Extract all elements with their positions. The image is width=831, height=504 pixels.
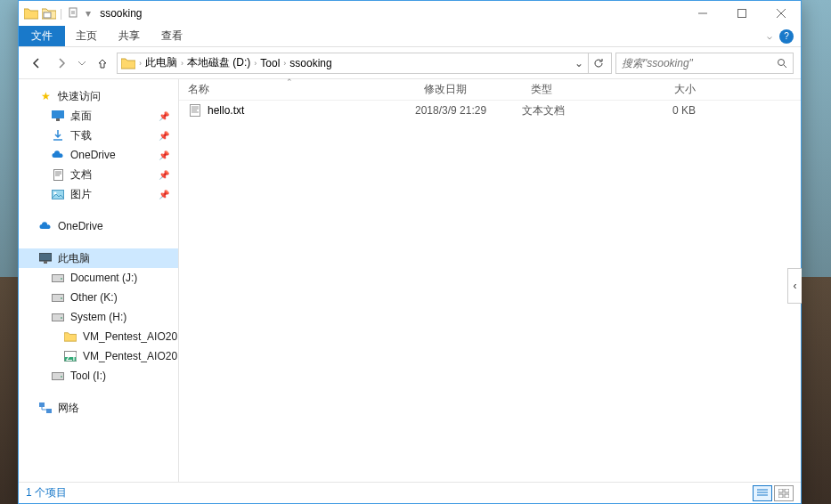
pictures-icon xyxy=(51,187,65,201)
sidebar-label: 文档 xyxy=(70,167,92,183)
minimize-button[interactable] xyxy=(683,1,722,26)
svg-rect-4 xyxy=(52,110,64,118)
network-icon xyxy=(38,401,53,415)
desktop-icon xyxy=(51,109,65,123)
sidebar-drive[interactable]: System (H:) xyxy=(19,307,178,327)
breadcrumb-sep-icon[interactable]: › xyxy=(179,59,185,68)
pin-icon: 📌 xyxy=(159,170,169,180)
app-folder-icon xyxy=(22,4,40,22)
ribbon-tabs: 文件 主页 共享 查看 ⌵ ? xyxy=(19,26,801,47)
svg-rect-28 xyxy=(785,494,789,498)
ribbon-expand-icon[interactable]: ⌵ xyxy=(767,31,772,41)
search-box[interactable] xyxy=(615,53,794,74)
column-name[interactable]: 名称 xyxy=(179,82,415,97)
maximize-button[interactable] xyxy=(722,1,762,26)
sidebar-label: OneDrive xyxy=(58,220,103,232)
svg-point-12 xyxy=(61,278,62,280)
home-tab[interactable]: 主页 xyxy=(65,26,108,46)
breadcrumb-sep-icon[interactable]: › xyxy=(281,59,288,68)
share-tab[interactable]: 共享 xyxy=(108,26,151,46)
download-icon xyxy=(51,128,65,142)
pin-icon: 📌 xyxy=(159,190,169,199)
icons-view-button[interactable] xyxy=(774,485,794,501)
drive-icon xyxy=(51,369,65,383)
svg-rect-26 xyxy=(785,489,789,492)
sidebar-onedrive-root[interactable]: OneDrive xyxy=(19,216,178,236)
breadcrumb-segment[interactable]: 此电脑 xyxy=(145,55,177,70)
breadcrumb-segment[interactable]: Tool xyxy=(260,57,280,69)
sidebar-label: OneDrive xyxy=(70,149,116,161)
column-size[interactable]: 大小 xyxy=(624,82,705,97)
svg-rect-0 xyxy=(44,12,51,18)
view-tab[interactable]: 查看 xyxy=(151,26,193,46)
search-icon[interactable] xyxy=(777,58,787,69)
sidebar-drive[interactable]: Document (J:) xyxy=(19,268,178,288)
forward-button[interactable] xyxy=(51,53,72,74)
sidebar-item-onedrive[interactable]: OneDrive 📌 xyxy=(19,145,178,165)
status-bar: 1 个项目 xyxy=(19,482,801,503)
sidebar-label: Tool (I:) xyxy=(70,370,106,382)
svg-rect-1 xyxy=(69,8,77,17)
preview-pane-toggle[interactable]: ‹ xyxy=(787,268,802,304)
pin-icon: 📌 xyxy=(159,131,169,141)
svg-point-14 xyxy=(61,297,62,299)
status-item-count: 1 个项目 xyxy=(26,485,67,500)
breadcrumb-sep-icon[interactable]: › xyxy=(137,59,143,68)
search-input[interactable] xyxy=(622,57,777,69)
sidebar-label: Document (J:) xyxy=(70,272,137,284)
document-icon xyxy=(51,167,65,182)
qat-properties-icon[interactable] xyxy=(40,4,58,22)
sidebar-item-documents[interactable]: 文档 📌 xyxy=(19,165,178,184)
refresh-button[interactable] xyxy=(588,53,607,73)
qat-overflow-icon[interactable]: ▾ xyxy=(82,7,94,20)
file-tab[interactable]: 文件 xyxy=(19,26,65,46)
window-title: ssooking xyxy=(100,7,142,20)
text-file-icon xyxy=(188,103,202,118)
pin-icon: 📌 xyxy=(159,111,169,121)
details-view-button[interactable] xyxy=(753,485,772,501)
sidebar-this-pc[interactable]: 此电脑 xyxy=(19,248,178,268)
recent-locations-button[interactable] xyxy=(76,53,88,74)
sidebar-label: VM_Pentest_AIO20 xyxy=(83,330,177,343)
svg-rect-25 xyxy=(778,489,783,492)
close-button[interactable] xyxy=(762,1,801,26)
sidebar-quick-access[interactable]: ★ 快速访问 xyxy=(19,86,178,106)
column-type[interactable]: 类型 xyxy=(522,82,624,97)
address-bar[interactable]: › 此电脑 › 本地磁盘 (D:) › Tool › ssooking ⌄ xyxy=(117,53,612,74)
sidebar-drive[interactable]: Tool (I:) xyxy=(19,366,178,386)
sidebar-network[interactable]: 网络 xyxy=(19,398,178,418)
navigation-bar: › 此电脑 › 本地磁盘 (D:) › Tool › ssooking ⌄ xyxy=(19,47,801,79)
navigation-pane: ★ 快速访问 桌面 📌 下载 📌 OneDrive 📌 xyxy=(19,79,179,482)
column-date[interactable]: 修改日期 xyxy=(415,82,522,97)
breadcrumb-segment[interactable]: 本地磁盘 (D:) xyxy=(187,55,250,70)
sidebar-label: 此电脑 xyxy=(58,251,90,266)
window-controls xyxy=(683,1,801,26)
column-headers: ⌃ 名称 修改日期 类型 大小 xyxy=(179,79,801,101)
sidebar-item-pictures[interactable]: 图片 📌 xyxy=(19,184,178,204)
svg-rect-5 xyxy=(56,118,60,121)
sidebar-folder[interactable]: VM_Pentest_AIO20 xyxy=(19,327,178,346)
address-dropdown-icon[interactable]: ⌄ xyxy=(572,57,586,69)
svg-point-3 xyxy=(778,59,785,65)
help-icon[interactable]: ? xyxy=(779,29,794,44)
sidebar-label: 图片 xyxy=(70,187,92,202)
back-button[interactable] xyxy=(26,53,47,74)
address-folder-icon xyxy=(121,56,135,70)
sidebar-drive[interactable]: Other (K:) xyxy=(19,288,178,307)
qat-dropdown-icon[interactable] xyxy=(64,4,82,22)
drive-icon xyxy=(51,271,65,285)
sidebar-zip[interactable]: ZIP VM_Pentest_AIO20 xyxy=(19,346,178,366)
file-list: ⌃ 名称 修改日期 类型 大小 hello.txt 2018/3/9 21:29… xyxy=(179,79,801,482)
sidebar-label: Other (K:) xyxy=(70,291,118,304)
sidebar-item-downloads[interactable]: 下载 📌 xyxy=(19,126,178,145)
sidebar-item-desktop[interactable]: 桌面 📌 xyxy=(19,106,178,126)
breadcrumb-sep-icon[interactable]: › xyxy=(252,59,258,68)
svg-rect-10 xyxy=(44,261,47,264)
file-row[interactable]: hello.txt 2018/3/9 21:29 文本文档 0 KB xyxy=(179,101,801,120)
folder-icon xyxy=(63,329,77,344)
breadcrumb-segment[interactable]: ssooking xyxy=(289,57,331,69)
file-size: 0 KB xyxy=(624,104,705,117)
sidebar-label: VM_Pentest_AIO20 xyxy=(83,350,177,362)
sidebar-label: System (H:) xyxy=(70,311,126,323)
up-button[interactable] xyxy=(92,53,113,74)
